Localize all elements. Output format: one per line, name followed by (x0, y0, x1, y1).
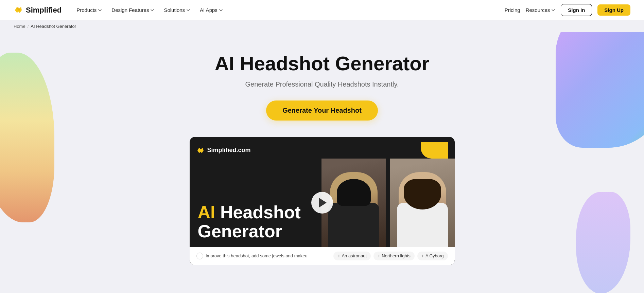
play-button[interactable] (311, 192, 333, 214)
chat-input-area[interactable]: improve this headshot, add some jewels a… (196, 253, 327, 259)
hero-subtitle: Generate Professional Quality Headshots … (245, 80, 399, 88)
nav-design-features[interactable]: Design Features (107, 5, 158, 15)
chip-cyborg[interactable]: + A Cyborg (417, 252, 448, 260)
hero-title: AI Headshot Generator (215, 53, 430, 74)
chevron-down-icon (551, 8, 555, 12)
video-main: AI Headshot Generator (190, 159, 455, 247)
nav-right: Pricing Resources Sign In Sign Up (505, 4, 630, 16)
video-sub-heading: Generator (198, 222, 313, 240)
video-text-area: AI Headshot Generator (190, 159, 321, 247)
nav-ai-apps[interactable]: AI Apps (196, 5, 227, 15)
breadcrumb-home[interactable]: Home (14, 24, 25, 29)
signin-button[interactable]: Sign In (561, 4, 592, 16)
logo-text: Simplified (26, 6, 62, 15)
chevron-down-icon (186, 8, 190, 12)
hero-section: AI Headshot Generator Generate Professio… (0, 32, 644, 293)
headshot-image-2 (390, 159, 455, 247)
breadcrumb: Home / AI Headshot Generator (0, 20, 644, 32)
chip-astronaut[interactable]: + An astronaut (333, 252, 371, 260)
nav-products[interactable]: Products (72, 5, 106, 15)
blob-right-top-decoration (556, 32, 644, 148)
generate-headshot-button[interactable]: Generate Your Headshot (266, 100, 378, 121)
video-logo: Simplified.com (196, 146, 251, 154)
navbar: Simplified Products Design Features Solu… (0, 0, 644, 20)
nav-resources[interactable]: Resources (526, 7, 556, 13)
logo-icon (14, 5, 23, 15)
chip-northern-lights[interactable]: + Northern lights (373, 252, 415, 260)
breadcrumb-current: AI Headshot Generator (31, 24, 76, 29)
chat-icon (196, 253, 203, 259)
chat-input-text[interactable]: improve this headshot, add some jewels a… (206, 253, 308, 258)
nav-solutions[interactable]: Solutions (160, 5, 194, 15)
video-ai-heading: AI Headshot (198, 203, 313, 221)
video-logo-text: Simplified.com (207, 147, 251, 154)
nav-links: Products Design Features Solutions AI Ap… (72, 5, 505, 15)
video-images (321, 159, 455, 247)
chevron-down-icon (219, 8, 223, 12)
video-logo-icon (196, 146, 205, 154)
chevron-down-icon (150, 8, 154, 12)
play-triangle-icon (319, 198, 327, 207)
blob-right-bottom-decoration (576, 192, 630, 293)
blob-left-decoration (0, 53, 54, 222)
breadcrumb-separator: / (28, 24, 29, 29)
image-divider (387, 159, 389, 247)
chevron-down-icon (98, 8, 102, 12)
yellow-accent (421, 142, 448, 159)
nav-pricing[interactable]: Pricing (505, 7, 520, 13)
hero-content: AI Headshot Generator Generate Professio… (190, 32, 455, 265)
chat-chips: + An astronaut + Northern lights + A Cyb… (333, 252, 448, 260)
video-chat-bar: improve this headshot, add some jewels a… (190, 247, 455, 265)
logo[interactable]: Simplified (14, 5, 62, 15)
video-card: Simplified.com AI Headshot Generator (190, 137, 455, 265)
signup-button[interactable]: Sign Up (597, 4, 630, 16)
